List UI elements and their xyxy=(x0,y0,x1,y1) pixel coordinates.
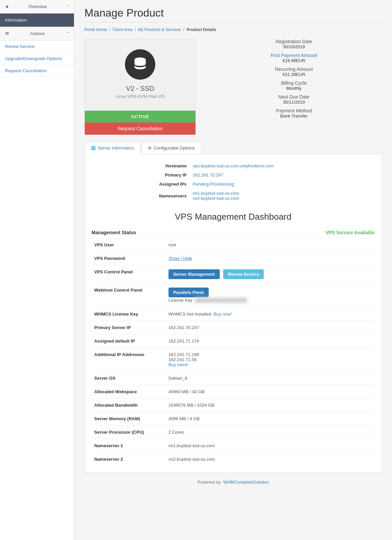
recurring-value: €31.28EUR xyxy=(206,72,382,77)
whmcs-license-label: WHMCS License Key xyxy=(92,307,166,321)
assigned-ips-row: Assigned IPs Pending Provisioning xyxy=(149,180,317,188)
vps-password-value: Show / Hide xyxy=(166,252,375,265)
chevron-icon: ⌃ xyxy=(66,4,69,9)
mgmt-status-row: Management Status VPS Service Available xyxy=(92,227,375,238)
vps-password-row: VPS Password Show / Hide xyxy=(92,252,375,265)
additional-ips-label: Additional IP Addresses xyxy=(92,348,166,372)
allocated-webspace-label: Allocated Webspace xyxy=(92,385,166,399)
whmcs-license-value: WHMCS Not Installed Buy now! xyxy=(166,307,375,321)
overview-label: Overview xyxy=(28,4,47,9)
ns2-value: ns2.buytest-ssd-us.com xyxy=(193,196,315,201)
show-hide-link[interactable]: Show / Hide xyxy=(168,256,192,261)
main-content: Manage Product Portal Home / Client Area… xyxy=(74,0,392,540)
hostname-row: Hostname vps.buytest-ssd-us.com.onlyford… xyxy=(149,162,317,170)
vps-control-panel-row: VPS Control Panel Server Management Rene… xyxy=(92,265,375,284)
whmcs-link[interactable]: WHMCompleteSolution xyxy=(223,480,269,485)
breadcrumb-client-area[interactable]: Client Area xyxy=(112,27,132,32)
server-management-button[interactable]: Server Management xyxy=(168,269,220,279)
nameservers-label: Nameservers xyxy=(149,189,189,202)
license-key-value: xxxx-xxxx-xxxx-xxxx-xxxx xyxy=(195,297,247,303)
server-memory-row: Server Memory (RAM) 4096 MB / 4 GB xyxy=(92,412,375,426)
payment-method-row: Payment Method Bank Transfer xyxy=(206,108,382,118)
assigned-default-ip-value: 162.241.71.174 xyxy=(166,334,375,348)
nameserver2-label: Nameserver 2 xyxy=(92,453,166,466)
allocated-bandwidth-label: Allocated Bandwidth xyxy=(92,399,166,412)
registration-date-value: 30/10/2019 xyxy=(206,44,382,49)
vps-table: VPS User root VPS Password Show / Hide V… xyxy=(92,238,375,466)
vps-control-panel-value: Server Management Renew Service xyxy=(166,265,375,284)
next-due-label: Next Due Date xyxy=(206,94,382,100)
allocated-bandwidth-row: Allocated Bandwidth 1048576 MB / 1024 GB xyxy=(92,399,375,412)
additional-ips-row: Additional IP Addresses 162.241.71.189 1… xyxy=(92,348,375,372)
primary-server-ip-label: Primary Server IP xyxy=(92,321,166,334)
primary-server-ip-value: 162.241.70.247 xyxy=(166,321,375,334)
cancel-button[interactable]: Request Cancellation xyxy=(85,123,195,135)
breadcrumb: Portal Home / Client Area / My Products … xyxy=(84,27,382,32)
nameserver1-value: ns1.buytest-ssd-us.com xyxy=(166,439,375,453)
server-info-table: Hostname vps.buytest-ssd-us.com.onlyford… xyxy=(148,161,318,203)
tab-configurable-options[interactable]: ⚙ Configurable Options xyxy=(141,142,201,154)
buy-more-link[interactable]: Buy more! xyxy=(168,362,188,367)
parallels-plesk-button[interactable]: Parallels Plesk xyxy=(168,288,209,297)
chevron-actions-icon: ⌃ xyxy=(66,31,69,36)
server-os-value: Debian_8 xyxy=(166,372,375,385)
breadcrumb-my-products[interactable]: My Products & Services xyxy=(138,27,181,32)
vps-control-panel-label: VPS Control Panel xyxy=(92,265,166,284)
nameserver1-label: Nameserver 1 xyxy=(92,439,166,453)
allocated-webspace-value: 40960 MB / 40 GB xyxy=(166,385,375,399)
license-key-label: License Key xyxy=(168,298,192,303)
assigned-ips-label: Assigned IPs xyxy=(149,180,189,188)
allocated-webspace-row: Allocated Webspace 40960 MB / 40 GB xyxy=(92,385,375,399)
product-area: V2 - SSD Linux VPS KVM Plan US ACTIVE Re… xyxy=(84,39,382,135)
next-due-value: 30/11/2019 xyxy=(206,100,382,105)
payment-method-value: Bank Transfer xyxy=(206,113,382,118)
title-divider xyxy=(84,22,382,22)
mgmt-status-label: Management Status xyxy=(92,230,136,235)
mgmt-status-value: VPS Service Available xyxy=(325,230,375,235)
sidebar-overview-header[interactable]: ★ Overview ⌃ xyxy=(0,0,74,14)
first-payment-label: First Payment Amount xyxy=(206,53,382,58)
vps-password-label: VPS Password xyxy=(92,252,166,265)
additional-ip2: 162.241.71.56 xyxy=(168,357,197,362)
product-card: V2 - SSD Linux VPS KVM Plan US ACTIVE Re… xyxy=(84,39,196,135)
breadcrumb-portal-home[interactable]: Portal Home xyxy=(84,27,107,32)
hostname-value: vps.buytest-ssd-us.com.onlyfordemo.com xyxy=(190,162,317,170)
sidebar-item-renew-service[interactable]: Renew Service xyxy=(0,40,74,53)
sidebar-information-header[interactable]: Information xyxy=(0,14,74,27)
additional-ip1: 162.241.71.189 xyxy=(168,352,199,357)
buy-now-link[interactable]: Buy now! xyxy=(214,312,232,317)
gear-icon: ⚙ xyxy=(148,146,152,151)
assigned-default-ip-label: Assigned default IP xyxy=(92,334,166,348)
assigned-ips-value: Pending Provisioning xyxy=(190,180,317,188)
tab-server-information[interactable]: 🌐 Server Information xyxy=(84,142,140,154)
sidebar-actions-header[interactable]: ⚒ Actions ⌃ xyxy=(0,27,74,40)
tabs: 🌐 Server Information ⚙ Configurable Opti… xyxy=(84,142,382,154)
product-subtitle: Linux VPS KVM Plan US xyxy=(92,94,189,99)
recurring-label: Recurring Amount xyxy=(206,66,382,72)
server-processor-value: 2 Cores xyxy=(166,426,375,439)
additional-ips-value: 162.241.71.189 162.241.71.56 Buy more! xyxy=(166,348,375,372)
wrench-icon: ⚒ xyxy=(5,31,9,36)
allocated-bandwidth-value: 1048576 MB / 1024 GB xyxy=(166,399,375,412)
sidebar-item-request-cancellation[interactable]: Request Cancellation xyxy=(0,65,74,77)
star-icon: ★ xyxy=(5,4,9,9)
product-card-body: V2 - SSD Linux VPS KVM Plan US xyxy=(85,39,195,111)
product-icon xyxy=(125,49,155,80)
first-payment-value: €18.98EUR xyxy=(206,58,382,63)
powered-by-text: Powered by xyxy=(198,480,221,485)
primary-ip-value: 162.241.70.247 xyxy=(190,171,317,179)
renew-service-button[interactable]: Renew Service xyxy=(223,269,264,279)
product-info: Registration Date 30/10/2019 First Payme… xyxy=(206,39,382,135)
nameserver1-row: Nameserver 1 ns1.buytest-ssd-us.com xyxy=(92,439,375,453)
webhost-control-panel-row: Webhost Control Panel Parallels Plesk Li… xyxy=(92,284,375,307)
globe-icon: 🌐 xyxy=(91,146,96,151)
billing-cycle-value: Monthly xyxy=(206,86,382,91)
billing-cycle-row: Billing Cycle Monthly xyxy=(206,80,382,91)
sidebar-item-upgrade-downgrade[interactable]: Upgrade/Downgrade Options xyxy=(0,53,74,65)
first-payment-row: First Payment Amount €18.98EUR xyxy=(206,53,382,63)
server-processor-label: Server Processor (CPU) xyxy=(92,426,166,439)
database-icon xyxy=(132,56,149,73)
registration-date-label: Registration Date xyxy=(206,39,382,44)
billing-cycle-label: Billing Cycle xyxy=(206,80,382,86)
footer: Powered by WHMCompleteSolution xyxy=(84,473,382,491)
